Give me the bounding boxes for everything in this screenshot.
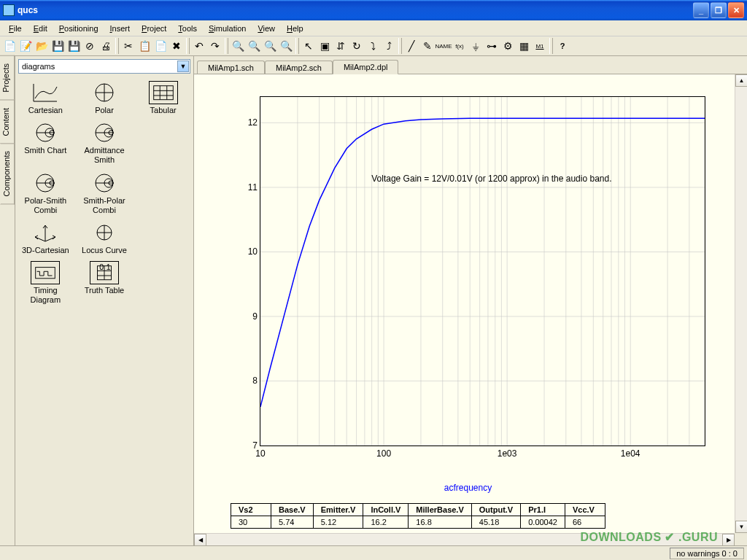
undo-button[interactable]: ↶ (191, 38, 207, 54)
smith-polar-icon (90, 171, 119, 195)
diagram-timing[interactable]: Timing Diagram (17, 260, 74, 306)
diagram-smith[interactable]: Smith Chart (17, 120, 74, 166)
menu-positioning[interactable]: Positioning (53, 23, 104, 34)
marker-button[interactable]: M1 (532, 38, 548, 54)
minimize-button[interactable]: _ (693, 2, 709, 18)
results-table: Vs2Base.VEmitter.VInColl.VMillerBase.VOu… (231, 503, 705, 529)
diagram-polar[interactable]: Polar (76, 79, 133, 117)
wire-label-button[interactable]: ✎ (419, 38, 436, 54)
redo-button[interactable]: ↷ (207, 38, 223, 54)
open-button[interactable]: 📂 (34, 38, 50, 54)
close-button[interactable]: ✕ (728, 2, 744, 18)
new-file-button[interactable]: 📄 (1, 38, 18, 54)
new-text-button[interactable]: 📝 (18, 38, 34, 54)
cartesian-icon (31, 81, 60, 104)
ground-button[interactable]: ⏚ (468, 38, 484, 54)
diagram-tabular[interactable]: Tabular (134, 79, 192, 117)
svg-rect-3 (153, 86, 173, 100)
menu-help[interactable]: Help (281, 23, 309, 34)
name-button[interactable]: NAME (436, 38, 452, 54)
side-tab-components[interactable]: Components (0, 143, 15, 204)
cut-button[interactable]: ✂ (120, 38, 136, 54)
x-tick: 10 (255, 448, 265, 459)
delete-button[interactable]: ✖ (169, 38, 185, 54)
table-cell: 66 (565, 516, 605, 529)
scroll-down-button[interactable]: ▼ (735, 521, 747, 533)
table-header: Vs2 (231, 504, 271, 516)
menu-edit[interactable]: Edit (28, 23, 53, 34)
dropdown-arrow-icon: ▼ (177, 61, 189, 72)
y-tick: 9 (252, 311, 258, 322)
doc-tab-MilAmp2-dpl[interactable]: MilAmp2.dpl (333, 60, 399, 74)
menu-project[interactable]: Project (136, 23, 172, 34)
save-button[interactable]: 💾 (50, 38, 66, 54)
mirror-button[interactable]: ⇵ (333, 38, 349, 54)
diagram-label: Admittance Smith (77, 146, 132, 165)
print-button[interactable]: 🖨 (98, 38, 114, 54)
menu-file[interactable]: File (3, 23, 28, 34)
polar-icon (90, 81, 119, 104)
deactivate-button[interactable]: ▣ (317, 38, 333, 54)
diagram-polar-smith[interactable]: Polar-Smith Combi (17, 170, 74, 217)
table-header: Emitter.V (313, 504, 363, 516)
y-tick: 8 (252, 376, 258, 386)
y-tick: 11 (248, 182, 258, 192)
help-button[interactable]: ? (554, 38, 570, 54)
window-title: qucs (18, 5, 692, 15)
zoom-reset-button[interactable]: 🔍 (246, 38, 262, 54)
scroll-up-button[interactable]: ▲ (735, 74, 747, 87)
schematic-canvas[interactable]: Voltage Gain = 12V/0.01V (or 1200 approx… (194, 74, 735, 533)
wire-button[interactable]: ╱ (403, 38, 419, 54)
doc-tab-MilAmp2-sch[interactable]: MilAmp2.sch (265, 61, 333, 74)
scroll-right-button[interactable]: ▶ (722, 534, 735, 545)
polar-smith-icon (31, 171, 60, 195)
save-all-button[interactable]: 💾 (66, 38, 82, 54)
diagram-label: Smith Chart (24, 146, 66, 155)
horizontal-scrollbar[interactable]: ◀ ▶ (194, 533, 735, 545)
diagram-smith-polar[interactable]: Smith-Polar Combi (76, 170, 133, 217)
table-cell: 5.74 (271, 516, 314, 529)
show-data-button[interactable]: ▦ (516, 38, 532, 54)
scroll-left-button[interactable]: ◀ (194, 534, 206, 545)
side-tab-projects[interactable]: Projects (0, 55, 15, 101)
diagram-locus[interactable]: Locus Curve (76, 219, 133, 257)
select-button[interactable]: ↖ (301, 38, 317, 54)
table-header: InColl.V (363, 504, 409, 516)
menu-simulation[interactable]: Simulation (203, 23, 252, 34)
category-dropdown[interactable]: diagrams ▼ (18, 59, 190, 74)
close-file-button[interactable]: ⊘ (82, 38, 98, 54)
cartesian-plot: Voltage Gain = 12V/0.01V (or 1200 approx… (231, 96, 705, 468)
diagram-label: Truth Table (85, 286, 124, 295)
into-hierarchy-button[interactable]: ⤵ (365, 38, 381, 54)
diagram-truth[interactable]: 01Truth Table (76, 260, 133, 306)
tabular-icon (149, 81, 178, 104)
rotate-button[interactable]: ↻ (349, 38, 365, 54)
diagram-cartesian[interactable]: Cartesian (17, 79, 74, 117)
table-cell: 0.00042 (521, 516, 565, 529)
diagram-admittance[interactable]: Admittance Smith (76, 120, 133, 166)
category-dropdown-value: diagrams (22, 62, 55, 71)
side-tab-content[interactable]: Content (0, 100, 15, 144)
y-tick: 10 (248, 246, 258, 257)
diagram-3d[interactable]: 3D-Cartesian (17, 219, 74, 257)
copy-button[interactable]: 📋 (136, 38, 152, 54)
port-button[interactable]: ⊶ (484, 38, 500, 54)
zoom-in-button[interactable]: 🔍 (262, 38, 278, 54)
titlebar: qucs _ ❐ ✕ (0, 0, 747, 20)
menu-tools[interactable]: Tools (172, 23, 203, 34)
vertical-scrollbar[interactable]: ▲ ▼ (735, 74, 747, 533)
zoom-fit-button[interactable]: 🔍 (230, 38, 246, 54)
diagram-grid: CartesianPolarTabularSmith ChartAdmittan… (15, 77, 193, 310)
y-tick: 12 (248, 117, 258, 128)
menu-view[interactable]: View (252, 23, 281, 34)
simulate-button[interactable]: ⚙ (500, 38, 516, 54)
maximize-button[interactable]: ❐ (711, 2, 727, 18)
doc-tab-MilAmp1-sch[interactable]: MilAmp1.sch (197, 61, 265, 74)
equation-button[interactable]: f(x) (452, 38, 468, 54)
pop-hierarchy-button[interactable]: ⤴ (381, 38, 397, 54)
paste-button[interactable]: 📄 (152, 38, 169, 54)
zoom-out-button[interactable]: 🔍 (278, 38, 294, 54)
svg-text:1: 1 (107, 263, 111, 271)
menu-insert[interactable]: Insert (104, 23, 136, 34)
app-icon (3, 4, 15, 16)
